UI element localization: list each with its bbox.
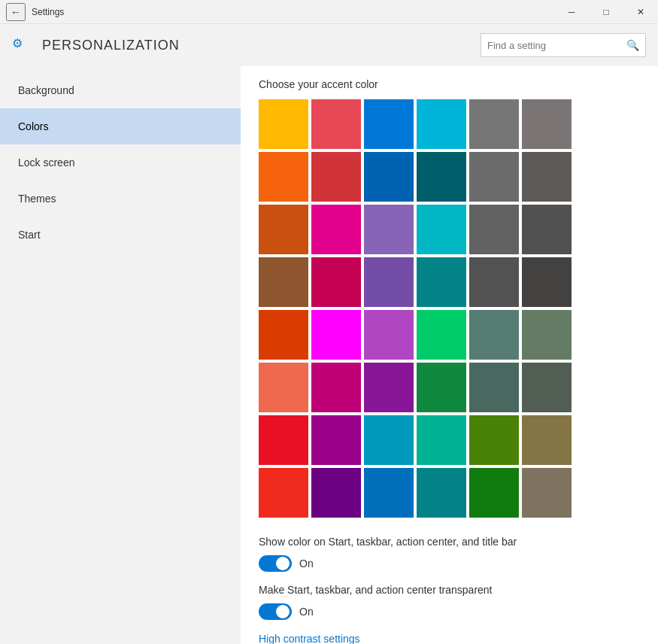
color-swatch[interactable] bbox=[522, 363, 572, 412]
color-swatch[interactable] bbox=[311, 257, 361, 307]
color-swatch[interactable] bbox=[417, 468, 466, 518]
search-icon: 🔍 bbox=[626, 39, 639, 51]
color-swatch[interactable] bbox=[311, 468, 361, 518]
color-swatch[interactable] bbox=[259, 415, 308, 465]
color-swatch[interactable] bbox=[259, 468, 308, 518]
color-swatch[interactable] bbox=[417, 310, 466, 360]
color-swatch[interactable] bbox=[259, 257, 308, 307]
color-swatch[interactable] bbox=[364, 205, 414, 254]
color-swatch[interactable] bbox=[259, 363, 308, 412]
color-swatch[interactable] bbox=[259, 205, 308, 254]
color-swatch[interactable] bbox=[469, 152, 519, 202]
titlebar: ← Settings ─ □ ✕ bbox=[0, 0, 658, 24]
search-input[interactable] bbox=[487, 40, 623, 51]
show-color-section: Show color on Start, taskbar, action cen… bbox=[259, 536, 640, 644]
color-swatch[interactable] bbox=[522, 468, 572, 518]
main-panel: Choose your accent color Show color on S… bbox=[241, 66, 658, 644]
transparent-knob bbox=[276, 605, 290, 618]
high-contrast-link[interactable]: High contrast settings bbox=[259, 633, 360, 644]
search-box[interactable]: 🔍 bbox=[481, 33, 646, 57]
sidebar-item-colors[interactable]: Colors bbox=[0, 108, 241, 144]
color-swatch[interactable] bbox=[259, 152, 308, 202]
show-color-knob bbox=[276, 557, 290, 570]
titlebar-title: Settings bbox=[32, 7, 64, 17]
color-swatch[interactable] bbox=[364, 468, 414, 518]
color-swatch[interactable] bbox=[417, 152, 466, 202]
transparent-label: Make Start, taskbar, and action center t… bbox=[259, 584, 640, 596]
color-swatch[interactable] bbox=[417, 415, 466, 465]
content-area: Background Colors Lock screen Themes Sta… bbox=[0, 66, 658, 644]
color-swatch[interactable] bbox=[259, 310, 308, 360]
sidebar-label-colors: Colors bbox=[18, 120, 48, 132]
show-color-label: Show color on Start, taskbar, action cen… bbox=[259, 536, 640, 548]
close-button[interactable]: ✕ bbox=[623, 0, 658, 24]
accent-color-title: Choose your accent color bbox=[259, 78, 640, 90]
color-swatch[interactable] bbox=[364, 415, 414, 465]
app-container: ⚙ PERSONALIZATION 🔍 Background Colors Lo… bbox=[0, 24, 658, 644]
transparent-toggle[interactable] bbox=[259, 603, 292, 620]
color-swatch[interactable] bbox=[469, 205, 519, 254]
color-swatch[interactable] bbox=[364, 363, 414, 412]
page-title: PERSONALIZATION bbox=[42, 38, 180, 53]
color-swatch[interactable] bbox=[417, 257, 466, 307]
sidebar-item-background[interactable]: Background bbox=[0, 72, 241, 108]
color-swatch[interactable] bbox=[522, 415, 572, 465]
color-grid bbox=[259, 99, 640, 518]
sidebar-label-themes: Themes bbox=[18, 193, 56, 205]
color-swatch[interactable] bbox=[469, 468, 519, 518]
show-color-toggle[interactable] bbox=[259, 555, 292, 572]
color-swatch[interactable] bbox=[522, 205, 572, 254]
color-swatch[interactable] bbox=[364, 99, 414, 149]
color-swatch[interactable] bbox=[522, 99, 572, 149]
sidebar: Background Colors Lock screen Themes Sta… bbox=[0, 66, 241, 644]
transparent-row: On bbox=[259, 603, 640, 620]
color-swatch[interactable] bbox=[417, 99, 466, 149]
color-swatch[interactable] bbox=[522, 152, 572, 202]
color-swatch[interactable] bbox=[311, 99, 361, 149]
show-color-row: On bbox=[259, 555, 640, 572]
color-swatch[interactable] bbox=[417, 363, 466, 412]
settings-icon: ⚙ bbox=[12, 36, 30, 54]
show-color-toggle-label: On bbox=[299, 557, 314, 570]
sidebar-item-lock-screen[interactable]: Lock screen bbox=[0, 144, 241, 181]
sidebar-item-start[interactable]: Start bbox=[0, 217, 241, 253]
color-swatch[interactable] bbox=[364, 257, 414, 307]
color-swatch[interactable] bbox=[522, 310, 572, 360]
header: ⚙ PERSONALIZATION 🔍 bbox=[0, 24, 658, 66]
color-swatch[interactable] bbox=[259, 99, 308, 149]
minimize-button[interactable]: ─ bbox=[554, 0, 589, 24]
color-swatch[interactable] bbox=[469, 415, 519, 465]
color-swatch[interactable] bbox=[417, 205, 466, 254]
color-swatch[interactable] bbox=[469, 363, 519, 412]
back-button[interactable]: ← bbox=[6, 3, 26, 21]
titlebar-controls: ─ □ ✕ bbox=[554, 0, 658, 24]
titlebar-left: ← Settings bbox=[6, 3, 64, 21]
sidebar-item-themes[interactable]: Themes bbox=[0, 181, 241, 217]
sidebar-label-lock-screen: Lock screen bbox=[18, 156, 74, 169]
color-swatch[interactable] bbox=[469, 99, 519, 149]
color-swatch[interactable] bbox=[311, 363, 361, 412]
color-swatch[interactable] bbox=[469, 257, 519, 307]
color-swatch[interactable] bbox=[364, 152, 414, 202]
maximize-button[interactable]: □ bbox=[589, 0, 623, 24]
color-swatch[interactable] bbox=[364, 310, 414, 360]
color-swatch[interactable] bbox=[469, 310, 519, 360]
sidebar-label-background: Background bbox=[18, 84, 74, 96]
transparent-toggle-label: On bbox=[299, 606, 314, 618]
color-swatch[interactable] bbox=[311, 152, 361, 202]
color-swatch[interactable] bbox=[311, 310, 361, 360]
sidebar-label-start: Start bbox=[18, 229, 41, 241]
color-swatch[interactable] bbox=[311, 415, 361, 465]
color-swatch[interactable] bbox=[311, 205, 361, 254]
color-swatch[interactable] bbox=[522, 257, 572, 307]
